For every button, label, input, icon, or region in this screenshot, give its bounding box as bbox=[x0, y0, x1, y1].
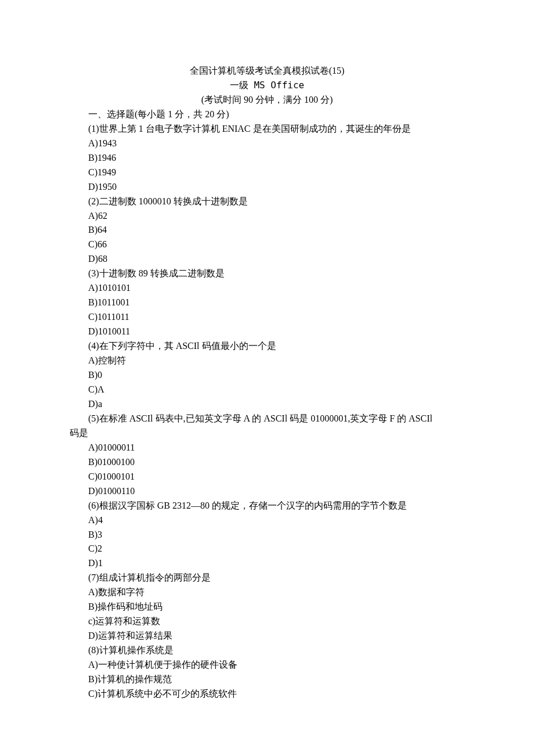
answer-option: C)66 bbox=[70, 237, 464, 252]
answer-option: D)1 bbox=[70, 556, 464, 571]
answer-option: A)数据和字符 bbox=[70, 585, 464, 600]
document-page: 全国计算机等级考试全真模拟试卷(15) 一级 MS Office (考试时间 9… bbox=[0, 0, 534, 756]
answer-option: A)1010101 bbox=[70, 281, 464, 296]
doc-info: (考试时间 90 分钟，满分 100 分) bbox=[70, 93, 464, 107]
section-heading: 一、选择题(每小题 1 分，共 20 分) bbox=[70, 107, 464, 122]
question-prompt: (8)计算机操作系统是 bbox=[70, 643, 464, 658]
answer-option: B)01000100 bbox=[70, 455, 464, 470]
question-prompt: (6)根据汉字国标 GB 2312—80 的规定，存储一个汉字的内码需用的字节个… bbox=[70, 499, 464, 513]
answer-option: A)01000011 bbox=[70, 441, 464, 455]
answer-option: A)控制符 bbox=[70, 354, 464, 368]
question-prompt: (3)十进制数 89 转换成二进制数是 bbox=[70, 267, 464, 281]
answer-option: A)一种使计算机便于操作的硬件设备 bbox=[70, 658, 464, 672]
answer-option: C)1011011 bbox=[70, 310, 464, 325]
answer-option: A)62 bbox=[70, 209, 464, 224]
answer-option: B)1011001 bbox=[70, 296, 464, 310]
answer-option: A)4 bbox=[70, 513, 464, 528]
answer-option: C)01000101 bbox=[70, 470, 464, 484]
doc-subtitle: 一级 MS Office bbox=[70, 78, 464, 93]
answer-option: B)3 bbox=[70, 528, 464, 542]
answer-option: c)运算符和运算数 bbox=[70, 614, 464, 629]
question-prompt: (7)组成计算机指令的两部分是 bbox=[70, 571, 464, 585]
answer-option: C)A bbox=[70, 383, 464, 397]
answer-option: B)1946 bbox=[70, 151, 464, 165]
answer-option: D)a bbox=[70, 397, 464, 412]
answer-option: D)01000110 bbox=[70, 484, 464, 499]
question-prompt: (2)二进制数 1000010 转换成十进制数是 bbox=[70, 195, 464, 209]
answer-option: C)1949 bbox=[70, 165, 464, 180]
answer-option: D)1950 bbox=[70, 180, 464, 195]
answer-option: D)68 bbox=[70, 252, 464, 267]
doc-title: 全国计算机等级考试全真模拟试卷(15) bbox=[70, 64, 464, 78]
question-prompt: (1)世界上第 1 台电子数字计算机 ENIAC 是在美国研制成功的，其诞生的年… bbox=[70, 122, 464, 136]
answer-option: D)运算符和运算结果 bbox=[70, 629, 464, 643]
answer-option: B)0 bbox=[70, 368, 464, 383]
question-prompt-cont: 码是 bbox=[70, 426, 464, 441]
question-prompt: (4)在下列字符中，其 ASCIl 码值最小的一个是 bbox=[70, 339, 464, 354]
answer-option: C)计算机系统中必不可少的系统软件 bbox=[70, 687, 464, 701]
answer-option: D)1010011 bbox=[70, 325, 464, 339]
answer-option: C)2 bbox=[70, 542, 464, 556]
question-prompt: (5)在标准 ASCIl 码表中,已知英文字母 A 的 ASCIl 码是 010… bbox=[70, 412, 464, 426]
answer-option: A)1943 bbox=[70, 136, 464, 151]
answer-option: B)计算机的操作规范 bbox=[70, 672, 464, 687]
answer-option: B)64 bbox=[70, 223, 464, 237]
answer-option: B)操作码和地址码 bbox=[70, 600, 464, 614]
